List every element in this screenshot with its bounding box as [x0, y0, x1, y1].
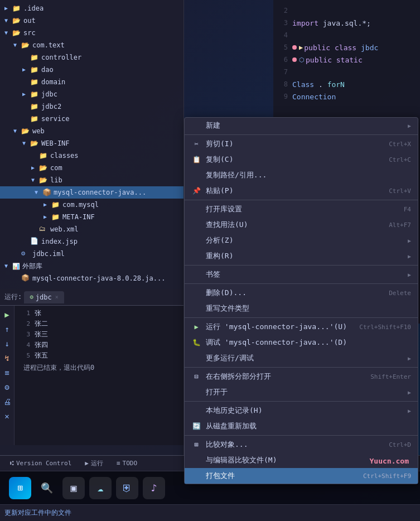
- new-arrow: ▶: [408, 123, 411, 129]
- menu-item-find-usage[interactable]: 查找用法(U) Alt+F7: [185, 217, 418, 233]
- run-filter-btn[interactable]: ≡: [2, 367, 13, 378]
- menu-label-analyze: 分析(Z): [206, 235, 403, 245]
- tab-todo[interactable]: ≡ TODO: [111, 457, 143, 469]
- menu-item-new[interactable]: 新建 ▶: [185, 118, 418, 133]
- tree-item-domain[interactable]: domain: [0, 76, 184, 88]
- folder-icon-out: [12, 16, 21, 25]
- tree-item-indexjsp[interactable]: 📄 index.jsp: [0, 235, 184, 248]
- menu-item-more-run[interactable]: 更多运行/调试 ▶: [185, 350, 418, 366]
- tree-item-metainf[interactable]: META-INF: [0, 211, 184, 223]
- row-num-1: 1: [19, 310, 30, 317]
- run-tab-close[interactable]: ×: [55, 294, 59, 300]
- menu-item-compare[interactable]: ⊞ 比较对象... Ctrl+D: [185, 437, 418, 452]
- taskbar-music-btn[interactable]: ♪: [143, 477, 165, 499]
- taskbar-search-btn[interactable]: 🔍: [36, 477, 58, 499]
- menu-item-bookmark[interactable]: 书签 ▶: [185, 267, 418, 282]
- tree-item-mysql-jar[interactable]: 📦 mysql-connector-java-8.0.28.ja...: [0, 272, 184, 284]
- menu-item-copy[interactable]: 📋 复制(C) Ctrl+C: [185, 152, 418, 167]
- taskbar-taskview-btn[interactable]: ▣: [62, 477, 85, 499]
- line-num-8: 8: [276, 80, 292, 88]
- tree-item-com[interactable]: com: [0, 162, 184, 174]
- line-num-4: 4: [276, 31, 292, 39]
- taskbar-windows-btn[interactable]: ⊞: [9, 477, 31, 499]
- package-shortcut: Ctrl+Shift+F9: [363, 472, 411, 480]
- copy-icon: 📋: [191, 155, 201, 165]
- divider-8: [185, 435, 418, 436]
- copy-shortcut: Ctrl+C: [389, 156, 411, 163]
- menu-label-delete: 删除(D)...: [206, 288, 389, 298]
- menu-item-local-history[interactable]: 本地历史记录(H) ▶: [185, 403, 418, 418]
- label-comtext: com.text: [32, 41, 65, 49]
- folder-icon-controller: [30, 53, 39, 62]
- menu-label-open-right: 在右侧拆分部分打开: [206, 372, 370, 382]
- tree-item-com-mysql[interactable]: com.mysql: [0, 199, 184, 211]
- tree-item-mysql-connector[interactable]: 📦 mysql-connector-java...: [0, 186, 184, 199]
- reload-icon: 🔄: [191, 421, 201, 431]
- tab-run[interactable]: ▶ 运行: [79, 457, 109, 470]
- code-import-text: java.sql.*;: [323, 19, 371, 27]
- run-down-btn[interactable]: ↓: [2, 338, 13, 349]
- line-content-6: public static: [306, 56, 363, 64]
- menu-item-cut[interactable]: ✂ 剪切(I) Ctrl+X: [185, 136, 418, 152]
- tree-item-webxml[interactable]: 🗂 web.xml: [0, 223, 184, 235]
- code-line-7: 7: [276, 66, 418, 78]
- folder-icon-com: [39, 163, 48, 172]
- taskbar-shield-btn[interactable]: ⛨: [116, 477, 138, 499]
- run-settings-btn[interactable]: ⚙: [2, 382, 13, 393]
- tree-item-lib[interactable]: lib: [0, 174, 184, 186]
- row-text-3: 张三: [35, 330, 48, 339]
- run-play-btn[interactable]: ▶: [2, 309, 13, 320]
- label-mysql-connector: mysql-connector-java...: [54, 189, 146, 196]
- tree-item-web[interactable]: web: [0, 125, 184, 137]
- menu-item-analyze[interactable]: 分析(Z) ▶: [185, 233, 418, 248]
- tree-item-jdbc[interactable]: jdbc: [0, 88, 184, 100]
- tree-item-webinf[interactable]: WEB-INF: [0, 137, 184, 149]
- menu-label-paste: 粘贴(P): [206, 186, 389, 196]
- tree-item-out[interactable]: out: [0, 15, 184, 27]
- delete-icon: [191, 288, 201, 298]
- run-print-btn[interactable]: 🖨: [2, 396, 13, 407]
- run-stop-btn[interactable]: ↯: [2, 353, 13, 364]
- menu-label-new: 新建: [206, 120, 403, 131]
- tree-item-external[interactable]: 📊 外部库: [0, 260, 184, 272]
- run-tab-jdbc[interactable]: ⚙ jdbc ×: [24, 291, 64, 303]
- menu-item-rewrite-type[interactable]: 重写文件类型: [185, 301, 418, 316]
- search-icon: 🔍: [41, 482, 53, 494]
- arrow-idea: [4, 5, 11, 12]
- menu-item-open-db[interactable]: 打开库设置 F4: [185, 201, 418, 217]
- tree-item-comtext[interactable]: com.text: [0, 39, 184, 51]
- arrow-dao: [22, 66, 29, 73]
- compare-shortcut: Ctrl+D: [389, 441, 411, 448]
- menu-item-paste[interactable]: 📌 粘贴(P) Ctrl+V: [185, 183, 418, 199]
- folder-icon-webinf: [30, 139, 39, 148]
- menu-item-copy-path[interactable]: 复制路径/引用...: [185, 167, 418, 183]
- menu-item-run[interactable]: ▶ 运行 'mysql-connector-java...'(U) Ctrl+S…: [185, 319, 418, 335]
- tree-item-dao[interactable]: dao: [0, 64, 184, 76]
- tree-item-service[interactable]: service: [0, 113, 184, 125]
- tree-item-classes[interactable]: classes: [0, 149, 184, 162]
- tree-item-jdbciml[interactable]: ⚙ jdbc.iml: [0, 248, 184, 260]
- arrow-jdbc: [22, 91, 29, 98]
- menu-item-delete[interactable]: 删除(D)... Delete: [185, 285, 418, 301]
- tree-item-idea[interactable]: .idea: [0, 2, 184, 15]
- menu-item-refactor[interactable]: 重构(R) ▶: [185, 248, 418, 264]
- tree-item-controller[interactable]: controller: [0, 51, 184, 64]
- arrow-web: [13, 128, 20, 134]
- menu-item-open-right[interactable]: ⊟ 在右侧拆分部分打开 Shift+Enter: [185, 369, 418, 384]
- menu-item-debug[interactable]: 🐛 调试 'mysql-connector-java...'(D): [185, 335, 418, 350]
- line-content-3: import java.sql.*;: [292, 19, 371, 27]
- menu-label-open-in: 打开于: [206, 387, 403, 397]
- menu-item-open-in[interactable]: 打开于 ▶: [185, 384, 418, 400]
- run-close-btn[interactable]: ✕: [2, 411, 13, 422]
- copy-path-icon: [191, 170, 201, 180]
- label-controller: controller: [41, 54, 81, 61]
- folder-icon-src: [12, 28, 21, 37]
- menu-item-reload[interactable]: 🔄 从磁盘重新加载: [185, 418, 418, 434]
- tab-version-control[interactable]: ⑆ Version Control: [4, 457, 77, 469]
- run-up-btn[interactable]: ↑: [2, 324, 13, 335]
- tree-item-src[interactable]: src: [0, 27, 184, 39]
- divider-5: [185, 317, 418, 318]
- menu-item-package[interactable]: 打包文件 Ctrl+Shift+F9: [185, 468, 418, 484]
- taskbar-cloud-btn[interactable]: ☁: [89, 477, 112, 499]
- tree-item-jdbc2[interactable]: jdbc2: [0, 100, 184, 113]
